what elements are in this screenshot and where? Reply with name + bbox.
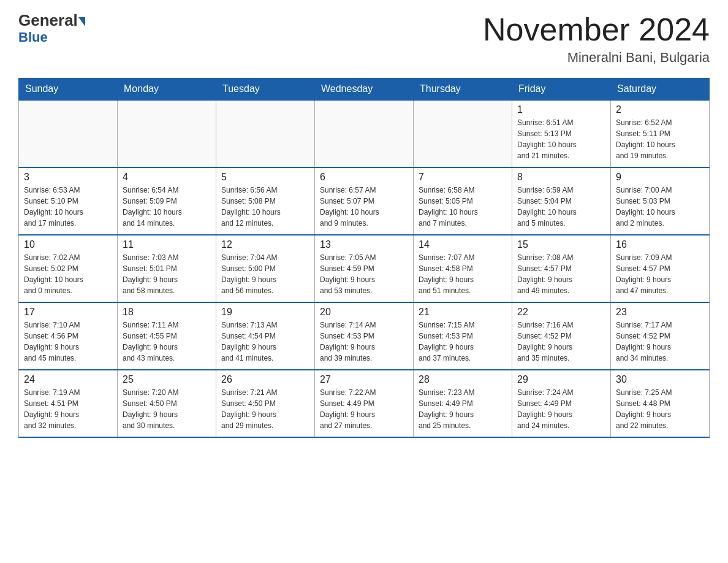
day-info: Sunrise: 7:05 AM Sunset: 4:59 PM Dayligh… xyxy=(320,252,408,296)
calendar-weekday-sunday: Sunday xyxy=(19,79,118,101)
day-info: Sunrise: 7:04 AM Sunset: 5:00 PM Dayligh… xyxy=(221,252,309,296)
day-info: Sunrise: 7:24 AM Sunset: 4:49 PM Dayligh… xyxy=(517,387,605,431)
calendar-weekday-thursday: Thursday xyxy=(414,79,512,101)
calendar-cell: 6Sunrise: 6:57 AM Sunset: 5:07 PM Daylig… xyxy=(315,167,414,235)
calendar-week-row: 24Sunrise: 7:19 AM Sunset: 4:51 PM Dayli… xyxy=(19,370,710,437)
calendar-cell: 30Sunrise: 7:25 AM Sunset: 4:48 PM Dayli… xyxy=(611,370,710,437)
logo-text: General xyxy=(18,12,85,28)
calendar-cell: 16Sunrise: 7:09 AM Sunset: 4:57 PM Dayli… xyxy=(611,235,710,302)
day-info: Sunrise: 7:11 AM Sunset: 4:55 PM Dayligh… xyxy=(123,320,211,364)
calendar-week-row: 10Sunrise: 7:02 AM Sunset: 5:02 PM Dayli… xyxy=(19,235,710,302)
logo-blue: Blue xyxy=(18,29,48,45)
day-number: 7 xyxy=(419,172,507,183)
day-info: Sunrise: 6:57 AM Sunset: 5:07 PM Dayligh… xyxy=(320,185,408,229)
logo: General Blue xyxy=(18,12,85,45)
calendar-cell: 1Sunrise: 6:51 AM Sunset: 5:13 PM Daylig… xyxy=(512,100,611,167)
calendar-cell: 7Sunrise: 6:58 AM Sunset: 5:05 PM Daylig… xyxy=(414,167,512,235)
day-number: 4 xyxy=(123,172,211,183)
day-info: Sunrise: 7:25 AM Sunset: 4:48 PM Dayligh… xyxy=(616,387,704,431)
location-title: Mineralni Bani, Bulgaria xyxy=(483,50,710,66)
day-info: Sunrise: 7:19 AM Sunset: 4:51 PM Dayligh… xyxy=(24,387,112,431)
day-info: Sunrise: 7:14 AM Sunset: 4:53 PM Dayligh… xyxy=(320,320,408,364)
calendar-cell: 4Sunrise: 6:54 AM Sunset: 5:09 PM Daylig… xyxy=(118,167,216,235)
day-number: 16 xyxy=(616,239,704,250)
day-number: 22 xyxy=(517,307,605,318)
day-info: Sunrise: 6:51 AM Sunset: 5:13 PM Dayligh… xyxy=(517,117,605,161)
calendar-cell: 22Sunrise: 7:16 AM Sunset: 4:52 PM Dayli… xyxy=(512,302,611,370)
day-number: 2 xyxy=(616,104,704,115)
calendar-cell: 3Sunrise: 6:53 AM Sunset: 5:10 PM Daylig… xyxy=(19,167,118,235)
day-number: 14 xyxy=(419,239,507,250)
calendar-cell: 29Sunrise: 7:24 AM Sunset: 4:49 PM Dayli… xyxy=(512,370,611,437)
day-info: Sunrise: 6:53 AM Sunset: 5:10 PM Dayligh… xyxy=(24,185,112,229)
calendar-cell: 19Sunrise: 7:13 AM Sunset: 4:54 PM Dayli… xyxy=(216,302,315,370)
calendar-week-row: 17Sunrise: 7:10 AM Sunset: 4:56 PM Dayli… xyxy=(19,302,710,370)
day-info: Sunrise: 6:58 AM Sunset: 5:05 PM Dayligh… xyxy=(419,185,507,229)
day-number: 20 xyxy=(320,307,408,318)
day-info: Sunrise: 7:09 AM Sunset: 4:57 PM Dayligh… xyxy=(616,252,704,296)
calendar-week-row: 1Sunrise: 6:51 AM Sunset: 5:13 PM Daylig… xyxy=(19,100,710,167)
calendar-cell: 2Sunrise: 6:52 AM Sunset: 5:11 PM Daylig… xyxy=(611,100,710,167)
day-info: Sunrise: 7:07 AM Sunset: 4:58 PM Dayligh… xyxy=(419,252,507,296)
calendar-weekday-monday: Monday xyxy=(118,79,216,101)
day-info: Sunrise: 7:22 AM Sunset: 4:49 PM Dayligh… xyxy=(320,387,408,431)
calendar-cell xyxy=(216,100,315,167)
day-number: 18 xyxy=(123,307,211,318)
title-area: November 2024 Mineralni Bani, Bulgaria xyxy=(483,12,710,66)
day-number: 15 xyxy=(517,239,605,250)
day-number: 10 xyxy=(24,239,112,250)
day-info: Sunrise: 7:15 AM Sunset: 4:53 PM Dayligh… xyxy=(419,320,507,364)
calendar-weekday-wednesday: Wednesday xyxy=(315,79,414,101)
day-number: 1 xyxy=(517,104,605,115)
calendar-header-row: SundayMondayTuesdayWednesdayThursdayFrid… xyxy=(19,79,710,101)
day-info: Sunrise: 7:17 AM Sunset: 4:52 PM Dayligh… xyxy=(616,320,704,364)
day-info: Sunrise: 6:54 AM Sunset: 5:09 PM Dayligh… xyxy=(123,185,211,229)
calendar-cell: 24Sunrise: 7:19 AM Sunset: 4:51 PM Dayli… xyxy=(19,370,118,437)
calendar-cell: 5Sunrise: 6:56 AM Sunset: 5:08 PM Daylig… xyxy=(216,167,315,235)
day-info: Sunrise: 7:10 AM Sunset: 4:56 PM Dayligh… xyxy=(24,320,112,364)
calendar-cell: 13Sunrise: 7:05 AM Sunset: 4:59 PM Dayli… xyxy=(315,235,414,302)
day-number: 30 xyxy=(616,374,704,385)
day-info: Sunrise: 7:08 AM Sunset: 4:57 PM Dayligh… xyxy=(517,252,605,296)
day-number: 13 xyxy=(320,239,408,250)
day-number: 26 xyxy=(221,374,309,385)
calendar-cell: 11Sunrise: 7:03 AM Sunset: 5:01 PM Dayli… xyxy=(118,235,216,302)
day-number: 5 xyxy=(221,172,309,183)
day-number: 3 xyxy=(24,172,112,183)
day-info: Sunrise: 6:52 AM Sunset: 5:11 PM Dayligh… xyxy=(616,117,704,161)
day-info: Sunrise: 6:59 AM Sunset: 5:04 PM Dayligh… xyxy=(517,185,605,229)
calendar-cell xyxy=(315,100,414,167)
calendar-week-row: 3Sunrise: 6:53 AM Sunset: 5:10 PM Daylig… xyxy=(19,167,710,235)
calendar-weekday-saturday: Saturday xyxy=(611,79,710,101)
calendar-cell: 9Sunrise: 7:00 AM Sunset: 5:03 PM Daylig… xyxy=(611,167,710,235)
calendar-table: SundayMondayTuesdayWednesdayThursdayFrid… xyxy=(18,78,710,438)
calendar-weekday-tuesday: Tuesday xyxy=(216,79,315,101)
day-number: 29 xyxy=(517,374,605,385)
day-number: 6 xyxy=(320,172,408,183)
day-number: 9 xyxy=(616,172,704,183)
day-number: 11 xyxy=(123,239,211,250)
calendar-cell: 12Sunrise: 7:04 AM Sunset: 5:00 PM Dayli… xyxy=(216,235,315,302)
day-info: Sunrise: 7:00 AM Sunset: 5:03 PM Dayligh… xyxy=(616,185,704,229)
calendar-cell: 28Sunrise: 7:23 AM Sunset: 4:49 PM Dayli… xyxy=(414,370,512,437)
calendar-cell: 17Sunrise: 7:10 AM Sunset: 4:56 PM Dayli… xyxy=(19,302,118,370)
calendar-cell: 21Sunrise: 7:15 AM Sunset: 4:53 PM Dayli… xyxy=(414,302,512,370)
day-info: Sunrise: 7:16 AM Sunset: 4:52 PM Dayligh… xyxy=(517,320,605,364)
calendar-cell: 14Sunrise: 7:07 AM Sunset: 4:58 PM Dayli… xyxy=(414,235,512,302)
day-number: 24 xyxy=(24,374,112,385)
day-number: 19 xyxy=(221,307,309,318)
day-info: Sunrise: 6:56 AM Sunset: 5:08 PM Dayligh… xyxy=(221,185,309,229)
calendar-cell xyxy=(19,100,118,167)
day-number: 21 xyxy=(419,307,507,318)
calendar-cell: 23Sunrise: 7:17 AM Sunset: 4:52 PM Dayli… xyxy=(611,302,710,370)
page-header: General Blue November 2024 Mineralni Ban… xyxy=(18,12,710,66)
day-number: 28 xyxy=(419,374,507,385)
calendar-cell: 27Sunrise: 7:22 AM Sunset: 4:49 PM Dayli… xyxy=(315,370,414,437)
month-title: November 2024 xyxy=(483,12,710,47)
day-number: 8 xyxy=(517,172,605,183)
day-number: 27 xyxy=(320,374,408,385)
day-info: Sunrise: 7:21 AM Sunset: 4:50 PM Dayligh… xyxy=(221,387,309,431)
day-info: Sunrise: 7:13 AM Sunset: 4:54 PM Dayligh… xyxy=(221,320,309,364)
calendar-cell: 26Sunrise: 7:21 AM Sunset: 4:50 PM Dayli… xyxy=(216,370,315,437)
calendar-cell: 8Sunrise: 6:59 AM Sunset: 5:04 PM Daylig… xyxy=(512,167,611,235)
